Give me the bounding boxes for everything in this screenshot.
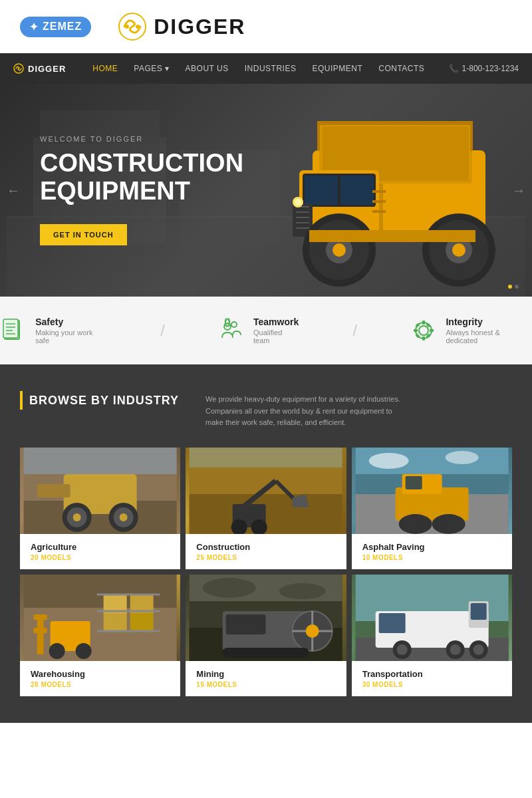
feature-safety: Safety Making your work safe — [0, 317, 107, 344]
svg-point-87 — [432, 514, 465, 534]
svg-rect-35 — [372, 200, 386, 203]
hero-title: CONSTRUCTIONEQUIPMENT — [40, 150, 226, 205]
svg-rect-34 — [372, 190, 386, 193]
svg-point-1 — [125, 25, 129, 29]
svg-rect-82 — [190, 448, 342, 467]
industry-card-body-warehousing: Warehousing 28 MODELS — [20, 661, 180, 696]
integrity-icon — [410, 317, 436, 344]
nav-industries[interactable]: INDUSTRIES — [245, 64, 297, 73]
feature-teamwork-text: Teamwork Qualified team — [253, 317, 300, 344]
browse-accent-bar — [20, 391, 23, 410]
industry-card-transportation[interactable]: Transportation 30 MODELS — [352, 575, 512, 696]
industry-img-mining — [186, 575, 346, 661]
industry-models-mining: 15 MODELS — [196, 681, 335, 688]
browse-title-block: BROWSE BY INDUSTRY — [20, 391, 179, 410]
hero-subtitle: WELCOME TO DIGGER — [40, 135, 226, 143]
phone-icon: 📞 — [449, 64, 459, 73]
svg-rect-73 — [24, 448, 177, 474]
phone-number: 1-800-123-1234 — [462, 64, 519, 73]
feature-safety-desc: Making your work safe — [35, 329, 107, 344]
feature-divider-2: / — [353, 321, 358, 340]
svg-point-68 — [73, 513, 81, 521]
industry-card-asphalt[interactable]: Asphalt Paving 10 MODELS — [352, 448, 512, 569]
svg-rect-56 — [422, 336, 425, 340]
nav-equipment[interactable]: EQUIPMENT — [312, 64, 362, 73]
feature-teamwork-desc: Qualified team — [253, 329, 300, 344]
industry-card-body-construction: Construction 25 MODELS — [186, 534, 346, 569]
svg-rect-15 — [340, 176, 374, 205]
svg-point-115 — [306, 624, 319, 638]
feature-integrity-title: Integrity — [446, 317, 532, 327]
svg-rect-102 — [130, 611, 154, 631]
industry-models-asphalt: 10 MODELS — [362, 554, 501, 561]
svg-point-27 — [332, 243, 346, 257]
digger-brand-text: DIGGER — [154, 15, 245, 39]
hero-dots — [508, 285, 519, 289]
svg-rect-55 — [422, 321, 425, 325]
industry-name-construction: Construction — [196, 542, 335, 552]
industry-models-transportation: 30 MODELS — [362, 681, 501, 688]
nav-contacts[interactable]: CONTACTS — [378, 64, 424, 73]
svg-rect-89 — [405, 476, 422, 489]
teamwork-icon — [218, 317, 244, 344]
svg-point-131 — [450, 644, 460, 655]
hero-section: WELCOME TO DIGGER CONSTRUCTIONEQUIPMENT … — [0, 84, 532, 297]
hero-dot-1[interactable] — [508, 285, 512, 289]
navbar: DIGGER HOME PAGES ▾ ABOUT US INDUSTRIES … — [0, 53, 532, 84]
browse-section-title: BROWSE BY INDUSTRY — [29, 394, 179, 408]
browse-description: We provide heavy-duty equipment for a va… — [205, 391, 405, 429]
hero-next-arrow[interactable]: → — [512, 183, 525, 198]
industry-img-asphalt — [352, 448, 512, 534]
industry-img-warehousing — [20, 575, 180, 661]
svg-rect-58 — [430, 329, 434, 332]
svg-point-92 — [445, 451, 478, 464]
industry-card-body-mining: Mining 15 MODELS — [186, 661, 346, 696]
industry-name-warehousing: Warehousing — [31, 669, 170, 679]
nav-pages[interactable]: PAGES ▾ — [134, 64, 169, 73]
svg-rect-126 — [470, 603, 486, 620]
feature-teamwork: Teamwork Qualified team — [218, 317, 300, 344]
brand-bar: ✦ ZEMEZ DIGGER — [0, 0, 532, 53]
svg-rect-37 — [317, 121, 473, 125]
nav-home[interactable]: HOME — [92, 64, 118, 73]
svg-rect-98 — [34, 628, 47, 633]
svg-rect-14 — [305, 176, 338, 205]
svg-rect-127 — [378, 613, 405, 633]
navbar-logo-text: DIGGER — [28, 64, 66, 74]
industry-name-asphalt: Asphalt Paving — [362, 542, 501, 552]
svg-point-71 — [120, 513, 128, 521]
hero-prev-arrow[interactable]: ← — [7, 183, 20, 198]
navbar-logo-icon — [13, 63, 24, 74]
svg-rect-97 — [34, 614, 47, 620]
industry-img-transportation — [352, 575, 512, 661]
safety-icon — [0, 317, 26, 344]
nav-links: HOME PAGES ▾ ABOUT US INDUSTRIES EQUIPME… — [92, 64, 448, 73]
svg-point-91 — [368, 453, 408, 469]
industry-card-mining[interactable]: Mining 15 MODELS — [186, 575, 346, 696]
svg-rect-116 — [223, 648, 309, 658]
svg-point-100 — [76, 643, 92, 659]
svg-point-23 — [295, 199, 301, 205]
industry-img-construction — [186, 448, 346, 534]
svg-rect-111 — [226, 614, 266, 634]
hero-dot-2[interactable] — [515, 285, 519, 289]
industry-card-agriculture[interactable]: Agriculture 20 MODELS — [20, 448, 180, 569]
svg-point-31 — [452, 243, 466, 257]
industry-models-warehousing: 28 MODELS — [31, 681, 170, 688]
svg-point-129 — [396, 644, 407, 655]
hero-cta-button[interactable]: GET IN TOUCH — [40, 224, 127, 245]
zemez-icon: ✦ — [29, 21, 39, 33]
industry-grid: Agriculture 20 MODELS — [20, 448, 512, 696]
svg-point-133 — [473, 644, 483, 655]
svg-rect-96 — [37, 614, 44, 654]
feature-integrity: Integrity Always honest & dedicated — [410, 317, 532, 344]
zemez-label: ZEMEZ — [43, 21, 82, 33]
industry-card-warehousing[interactable]: Warehousing 28 MODELS — [20, 575, 180, 696]
nav-about[interactable]: ABOUT US — [186, 64, 229, 73]
zemez-logo[interactable]: ✦ ZEMEZ — [20, 17, 91, 37]
svg-rect-57 — [414, 329, 418, 332]
features-strip: Safety Making your work safe / Teamwork … — [0, 297, 532, 364]
svg-point-54 — [419, 326, 428, 335]
industry-card-construction[interactable]: Construction 25 MODELS — [186, 448, 346, 569]
digger-brand: DIGGER — [118, 12, 245, 41]
